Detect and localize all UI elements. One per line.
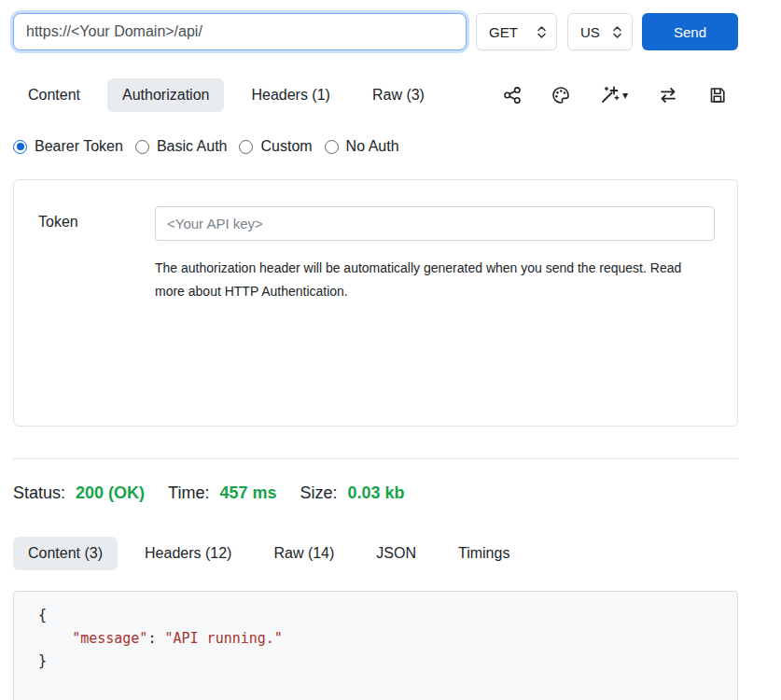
time-label: Time: <box>168 483 209 503</box>
size-label: Size: <box>300 483 337 503</box>
region-select-value: US <box>580 24 600 40</box>
method-select-value: GET <box>489 24 518 40</box>
tab-response-timings[interactable]: Timings <box>443 537 524 570</box>
region-select[interactable]: US <box>567 13 633 50</box>
palette-icon[interactable] <box>551 86 570 105</box>
json-key: "message" <box>72 630 147 647</box>
response-status-line: Status: 200 (OK) Time: 457 ms Size: 0.03… <box>13 483 738 503</box>
share-icon[interactable] <box>503 86 522 105</box>
token-panel: Token The authorization header will be a… <box>13 179 738 427</box>
json-open-brace: { <box>38 607 47 623</box>
auth-option-label: Custom <box>260 138 312 155</box>
tab-authorization[interactable]: Authorization <box>107 78 224 112</box>
save-icon[interactable] <box>708 86 727 105</box>
auth-option-no-auth[interactable]: No Auth <box>325 138 399 155</box>
updown-chevrons-icon <box>612 25 622 39</box>
auth-option-custom[interactable]: Custom <box>239 138 312 155</box>
api-client-app: GET US Send Content Authorization Header… <box>13 0 738 700</box>
size-value: 0.03 kb <box>348 483 405 503</box>
auth-option-bearer-token[interactable]: Bearer Token <box>13 138 123 155</box>
json-close-brace: } <box>38 652 47 669</box>
radio-custom[interactable] <box>239 140 253 154</box>
tab-response-raw[interactable]: Raw (14) <box>258 537 349 570</box>
swap-arrows-icon[interactable] <box>658 86 678 105</box>
token-help-text: The authorization header will be automat… <box>155 257 715 303</box>
auth-type-options: Bearer Token Basic Auth Custom No Auth <box>13 138 738 155</box>
radio-bearer-token[interactable] <box>13 140 27 154</box>
json-string-value: "API running." <box>164 630 282 647</box>
tab-headers[interactable]: Headers (1) <box>236 78 344 112</box>
response-tabs: Content (3) Headers (12) Raw (14) JSON T… <box>13 537 738 570</box>
tab-response-content[interactable]: Content (3) <box>13 537 118 570</box>
section-divider <box>13 458 738 459</box>
request-toolbar: ▾ <box>503 86 738 105</box>
updown-chevrons-icon <box>537 25 547 39</box>
tab-content[interactable]: Content <box>13 78 95 112</box>
auth-option-label: No Auth <box>346 138 399 155</box>
tab-raw[interactable]: Raw (3) <box>357 78 439 112</box>
radio-basic-auth[interactable] <box>135 140 149 154</box>
url-input[interactable] <box>13 13 467 50</box>
time-value: 457 ms <box>219 483 276 503</box>
request-bar: GET US Send <box>13 0 738 50</box>
status-label: Status: <box>13 483 65 503</box>
caret-down-icon: ▾ <box>622 90 628 101</box>
auth-option-label: Basic Auth <box>157 138 228 155</box>
token-field-area: The authorization header will be automat… <box>155 206 715 426</box>
json-separator: : <box>147 630 164 647</box>
token-input[interactable] <box>155 206 715 241</box>
token-label: Token <box>38 206 155 426</box>
auth-option-label: Bearer Token <box>35 138 123 155</box>
send-button[interactable]: Send <box>642 13 738 50</box>
tab-response-json[interactable]: JSON <box>361 537 431 570</box>
status-value: 200 (OK) <box>76 483 145 503</box>
magic-wand-menu-icon[interactable]: ▾ <box>600 86 628 105</box>
json-indent <box>38 630 72 647</box>
response-body[interactable]: { "message": "API running." } <box>13 591 738 700</box>
request-tabs-row: Content Authorization Headers (1) Raw (3… <box>13 78 738 112</box>
method-select[interactable]: GET <box>476 13 557 50</box>
radio-no-auth[interactable] <box>325 140 339 154</box>
auth-option-basic-auth[interactable]: Basic Auth <box>135 138 228 155</box>
request-tabs: Content Authorization Headers (1) Raw (3… <box>13 78 439 112</box>
tab-response-headers[interactable]: Headers (12) <box>130 537 246 570</box>
